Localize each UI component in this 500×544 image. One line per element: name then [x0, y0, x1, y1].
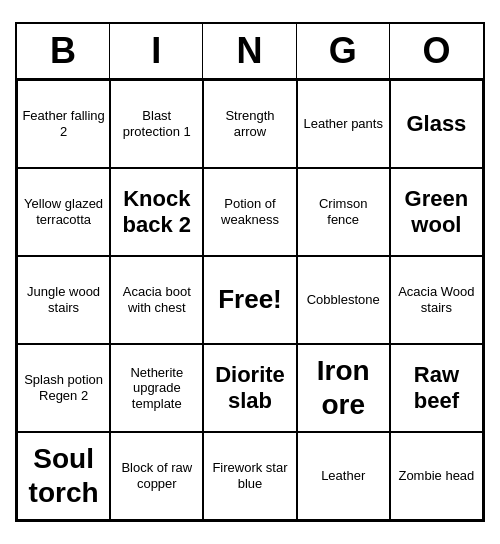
header-letter: N	[203, 24, 296, 78]
header-letter: B	[17, 24, 110, 78]
bingo-cell: Iron ore	[297, 344, 390, 432]
bingo-cell: Cobblestone	[297, 256, 390, 344]
bingo-cell: Raw beef	[390, 344, 483, 432]
bingo-cell: Crimson fence	[297, 168, 390, 256]
bingo-cell: Blast protection 1	[110, 80, 203, 168]
bingo-card: BINGO Feather falling 2Blast protection …	[15, 22, 485, 522]
bingo-cell: Diorite slab	[203, 344, 296, 432]
bingo-cell: Netherite upgrade template	[110, 344, 203, 432]
bingo-cell: Firework star blue	[203, 432, 296, 520]
bingo-cell: Leather pants	[297, 80, 390, 168]
bingo-cell: Block of raw copper	[110, 432, 203, 520]
bingo-grid: Feather falling 2Blast protection 1Stren…	[17, 80, 483, 520]
header-letter: O	[390, 24, 483, 78]
bingo-cell: Acacia Wood stairs	[390, 256, 483, 344]
bingo-cell: Yellow glazed terracotta	[17, 168, 110, 256]
bingo-cell: Potion of weakness	[203, 168, 296, 256]
bingo-cell: Glass	[390, 80, 483, 168]
bingo-cell: Acacia boot with chest	[110, 256, 203, 344]
bingo-cell: Splash potion Regen 2	[17, 344, 110, 432]
bingo-cell: Soul torch	[17, 432, 110, 520]
header-letter: G	[297, 24, 390, 78]
bingo-cell: Knock back 2	[110, 168, 203, 256]
bingo-cell: Feather falling 2	[17, 80, 110, 168]
bingo-cell: Zombie head	[390, 432, 483, 520]
bingo-cell: Green wool	[390, 168, 483, 256]
header-letter: I	[110, 24, 203, 78]
bingo-cell: Leather	[297, 432, 390, 520]
bingo-header: BINGO	[17, 24, 483, 80]
bingo-cell: Free!	[203, 256, 296, 344]
bingo-cell: Strength arrow	[203, 80, 296, 168]
bingo-cell: Jungle wood stairs	[17, 256, 110, 344]
